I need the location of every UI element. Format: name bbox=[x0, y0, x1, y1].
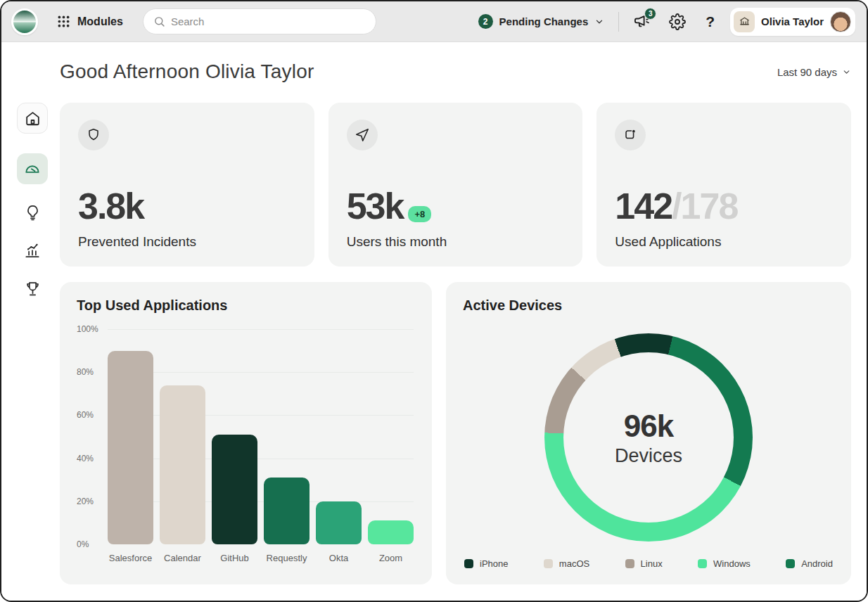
pending-changes-dropdown[interactable]: 2 Pending Changes bbox=[478, 14, 605, 29]
sidebar-item-home[interactable] bbox=[17, 103, 48, 134]
bar-plot: 100%80%60%40%20%0% bbox=[77, 329, 415, 544]
main-content: Good Afternoon Olivia Taylor Last 90 day… bbox=[1, 42, 867, 601]
stat-total: /178 bbox=[672, 188, 737, 224]
legend-swatch bbox=[786, 559, 795, 568]
legend-label: iPhone bbox=[480, 558, 508, 569]
gauge-icon bbox=[23, 160, 42, 178]
sidebar-item-analytics[interactable] bbox=[23, 241, 42, 260]
stat-value: 53k bbox=[347, 188, 404, 224]
legend-item-linux: Linux bbox=[625, 558, 663, 569]
donut-chart: 96k Devices bbox=[544, 333, 753, 542]
y-axis-tick: 20% bbox=[77, 497, 94, 506]
delta-badge: +8 bbox=[408, 206, 431, 222]
gear-icon bbox=[669, 13, 686, 30]
donut-center-label: Devices bbox=[615, 445, 682, 467]
sidebar bbox=[17, 103, 48, 584]
legend-label: Android bbox=[801, 558, 833, 569]
page-title: Good Afternoon Olivia Taylor bbox=[60, 60, 314, 83]
user-name: Olivia Taylor bbox=[761, 15, 824, 27]
chart-trend-icon bbox=[23, 241, 42, 260]
stat-value: 142 bbox=[615, 188, 672, 224]
date-range-dropdown[interactable]: Last 90 days bbox=[777, 66, 851, 78]
bar-requestly bbox=[264, 478, 309, 544]
apps-icon bbox=[615, 120, 646, 150]
x-axis-label: Okta bbox=[316, 553, 362, 563]
send-icon bbox=[347, 120, 378, 150]
greeting-row: Good Afternoon Olivia Taylor Last 90 day… bbox=[60, 60, 851, 83]
y-axis-tick: 80% bbox=[77, 367, 94, 377]
legend-swatch bbox=[625, 559, 634, 568]
chevron-down-icon bbox=[842, 68, 851, 77]
topbar: Modules 2 Pending Changes bbox=[1, 1, 867, 42]
donut-center: 96k Devices bbox=[563, 352, 734, 523]
donut-chart-title: Active Devices bbox=[463, 297, 834, 314]
y-axis-tick: 40% bbox=[77, 454, 94, 463]
legend-item-iphone: iPhone bbox=[464, 558, 508, 569]
legend-label: macOS bbox=[559, 558, 589, 569]
user-menu[interactable]: Olivia Taylor bbox=[730, 8, 855, 36]
stat-card-used-applications: 142 /178 Used Applications bbox=[596, 103, 851, 267]
bar-chart-title: Top Used Applications bbox=[77, 297, 415, 314]
legend-label: Linux bbox=[641, 558, 663, 569]
date-range-label: Last 90 days bbox=[777, 66, 837, 78]
legend-item-windows: Windows bbox=[698, 558, 751, 569]
donut-legend: iPhonemacOSLinuxWindowsAndroid bbox=[464, 558, 833, 569]
bar-github bbox=[212, 435, 257, 544]
x-axis-label: GitHub bbox=[212, 553, 257, 563]
grid-icon bbox=[56, 14, 71, 29]
x-axis-label: Zoom bbox=[368, 553, 414, 563]
x-axis-label: Calendar bbox=[160, 553, 205, 563]
donut-chart-card: Active Devices 96k Devices iPhonemacOSLi… bbox=[446, 282, 851, 584]
org-home-icon bbox=[734, 11, 755, 32]
topbar-divider bbox=[618, 12, 619, 32]
notification-count-badge: 3 bbox=[644, 8, 656, 20]
y-axis-tick: 0% bbox=[77, 539, 89, 549]
avatar bbox=[830, 11, 851, 32]
shield-icon bbox=[78, 120, 109, 150]
bar-x-labels: SalesforceCalendarGitHubRequestlyOktaZoo… bbox=[108, 553, 415, 563]
lightbulb-icon bbox=[24, 204, 42, 222]
legend-swatch bbox=[698, 559, 707, 568]
help-button[interactable]: ? bbox=[706, 13, 715, 30]
app-logo[interactable] bbox=[11, 8, 38, 35]
stat-card-users: 53k +8 Users this month bbox=[328, 103, 583, 267]
charts-row: Top Used Applications 100%80%60%40%20%0%… bbox=[60, 282, 851, 584]
legend-item-macos: macOS bbox=[544, 558, 589, 569]
sidebar-item-dashboard[interactable] bbox=[17, 153, 48, 184]
modules-menu[interactable]: Modules bbox=[56, 14, 123, 29]
legend-swatch bbox=[544, 559, 553, 568]
bar-calendar bbox=[160, 385, 205, 544]
sidebar-item-insights[interactable] bbox=[24, 203, 42, 222]
bar-okta bbox=[316, 501, 362, 544]
pending-changes-label: Pending Changes bbox=[499, 15, 589, 27]
stat-value: 3.8k bbox=[78, 188, 143, 224]
sidebar-item-achievements[interactable] bbox=[24, 278, 42, 298]
x-axis-label: Salesforce bbox=[108, 553, 153, 563]
stat-card-prevented-incidents: 3.8k Prevented Incidents bbox=[60, 103, 314, 267]
legend-label: Windows bbox=[713, 558, 751, 569]
donut-center-value: 96k bbox=[624, 409, 673, 444]
y-axis-tick: 60% bbox=[77, 410, 94, 420]
y-axis-tick: 100% bbox=[77, 324, 98, 334]
stat-label: Used Applications bbox=[615, 234, 833, 250]
x-axis-label: Requestly bbox=[264, 553, 309, 563]
pending-count-badge: 2 bbox=[478, 14, 493, 29]
bars-container bbox=[108, 329, 414, 544]
legend-item-android: Android bbox=[786, 558, 833, 569]
trophy-icon bbox=[24, 280, 42, 297]
bar-chart-card: Top Used Applications 100%80%60%40%20%0%… bbox=[60, 282, 432, 584]
search-input[interactable] bbox=[171, 15, 366, 27]
search-icon bbox=[153, 15, 165, 27]
app-window: Modules 2 Pending Changes bbox=[0, 0, 868, 602]
search-box[interactable] bbox=[143, 8, 376, 34]
stat-label: Prevented Incidents bbox=[78, 234, 296, 250]
chevron-down-icon bbox=[594, 17, 604, 27]
stats-row: 3.8k Prevented Incidents 53k +8 bbox=[60, 103, 851, 267]
settings-button[interactable] bbox=[669, 13, 686, 30]
modules-label: Modules bbox=[77, 15, 123, 28]
dashboard: 3.8k Prevented Incidents 53k +8 bbox=[60, 103, 851, 584]
legend-swatch bbox=[464, 559, 473, 568]
stat-label: Users this month bbox=[347, 234, 565, 250]
announcements-button[interactable]: 3 bbox=[633, 13, 651, 30]
home-icon bbox=[24, 110, 42, 127]
